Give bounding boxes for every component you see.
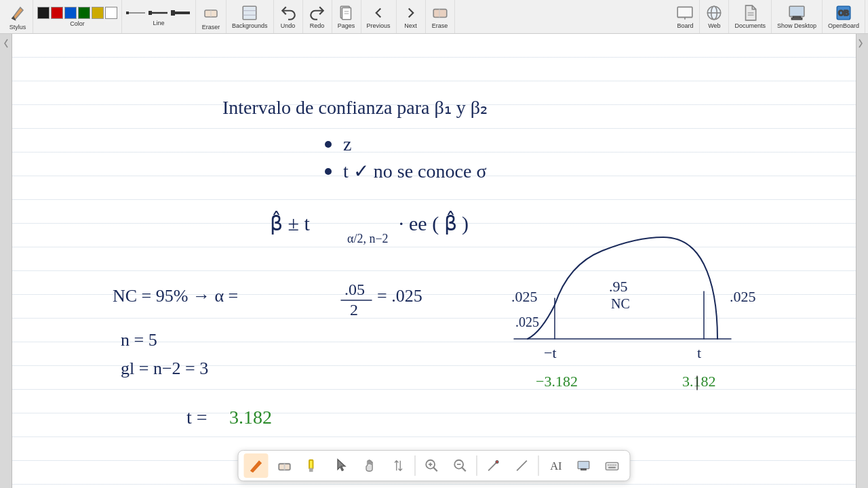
svg-text:2: 2 <box>350 301 358 319</box>
pen-button[interactable] <box>244 453 269 478</box>
color-black[interactable] <box>37 7 50 19</box>
svg-rect-17 <box>678 7 693 17</box>
svg-text:gl  =  n−2  =  3: gl = n−2 = 3 <box>121 359 208 378</box>
svg-text:t: t <box>697 344 701 361</box>
color-blue[interactable] <box>64 7 77 19</box>
svg-text:β̂  ±  t: β̂ ± t <box>270 211 310 235</box>
undo-button[interactable]: Undo <box>274 0 303 33</box>
backgrounds-button[interactable]: Backgrounds <box>226 0 274 33</box>
svg-rect-8 <box>243 6 257 20</box>
line-draw-button[interactable] <box>510 453 534 478</box>
svg-text:.025: .025 <box>730 288 756 305</box>
svg-text:NC = 95%  →  α =: NC = 95% → α = <box>113 286 238 306</box>
svg-text:t  ✓    no  se conoce  σ: t ✓ no se conoce σ <box>343 161 486 182</box>
select-button[interactable] <box>330 453 354 478</box>
svg-rect-25 <box>789 6 804 16</box>
bottom-toolbar: AI <box>238 450 631 481</box>
top-toolbar: Stylus Color Line <box>0 0 868 34</box>
line-tool-group: Line <box>122 0 196 33</box>
color-white[interactable] <box>105 7 117 19</box>
eraser-bottom-button[interactable] <box>273 453 297 478</box>
canvas-area[interactable]: Intervalo de confianza para β₁ y β₂ z t … <box>12 34 856 488</box>
web-button[interactable]: Web <box>700 0 729 33</box>
svg-text:n  =  5: n = 5 <box>121 330 157 350</box>
previous-button[interactable]: Previous <box>361 0 397 33</box>
svg-rect-75 <box>578 462 589 469</box>
svg-text:−t: −t <box>544 344 557 361</box>
svg-rect-5 <box>171 10 175 16</box>
highlighter-button[interactable] <box>301 453 326 478</box>
svg-text:3.182: 3.182 <box>229 407 272 428</box>
svg-text:Intervalo de confianza para β₁: Intervalo de confianza para β₁ y β₂ <box>222 97 488 118</box>
svg-text:z: z <box>343 134 351 155</box>
toolbar-divider-3 <box>538 455 539 476</box>
svg-point-33 <box>325 168 332 175</box>
whiteboard-svg: Intervalo de confianza para β₁ y β₂ z t … <box>12 34 856 488</box>
svg-text:·  ee ( β̂ ): · ee ( β̂ ) <box>399 211 469 235</box>
screen-capture-button[interactable] <box>572 453 596 478</box>
color-tool: Color <box>33 0 122 33</box>
eraser-tool[interactable]: Eraser <box>196 0 226 33</box>
line-thin[interactable] <box>126 7 146 18</box>
left-sidebar <box>0 34 12 488</box>
svg-text:.05: .05 <box>344 281 365 298</box>
svg-line-71 <box>488 462 497 471</box>
svg-rect-63 <box>310 469 313 472</box>
pages-button[interactable]: Pages <box>332 0 361 33</box>
toolbar-divider-1 <box>415 455 416 476</box>
svg-text:α/2, n−2: α/2, n−2 <box>347 232 389 245</box>
redo-button[interactable]: Redo <box>303 0 332 33</box>
line-thick[interactable] <box>171 7 191 18</box>
zoom-in-button[interactable] <box>420 453 444 478</box>
laser-button[interactable] <box>481 453 506 478</box>
toolbar-divider-2 <box>477 455 477 476</box>
svg-rect-1 <box>126 12 129 14</box>
keyboard-button[interactable] <box>600 453 625 478</box>
svg-text:NC: NC <box>611 296 630 311</box>
svg-rect-77 <box>606 462 618 470</box>
svg-text:OB: OB <box>838 9 849 17</box>
svg-text:AI: AI <box>550 460 561 472</box>
hand-button[interactable] <box>358 453 382 478</box>
svg-line-73 <box>517 461 527 471</box>
erase-button[interactable]: Erase <box>426 0 455 33</box>
svg-line-70 <box>462 468 466 472</box>
svg-text:−3.182: −3.182 <box>536 373 578 390</box>
color-yellow[interactable] <box>92 7 104 19</box>
text-button[interactable]: AI <box>543 453 568 478</box>
right-sidebar <box>856 34 868 488</box>
next-button[interactable]: Next <box>397 0 426 33</box>
color-red[interactable] <box>51 7 63 19</box>
svg-rect-15 <box>433 9 447 18</box>
svg-text:t  =: t = <box>186 407 208 428</box>
svg-rect-3 <box>149 11 152 15</box>
svg-text:=  .025: = .025 <box>377 286 422 306</box>
show-desktop-button[interactable]: Show Desktop <box>772 0 823 33</box>
svg-text:.95: .95 <box>609 278 628 295</box>
color-green[interactable] <box>78 7 90 19</box>
svg-text:.025: .025 <box>515 314 539 329</box>
svg-rect-76 <box>581 469 586 470</box>
line-medium[interactable] <box>149 7 169 18</box>
svg-rect-62 <box>309 460 313 469</box>
scroll-button[interactable] <box>387 453 411 478</box>
svg-rect-27 <box>791 18 802 20</box>
stylus-tool[interactable]: Stylus <box>3 0 33 33</box>
svg-point-31 <box>325 141 332 148</box>
zoom-out-button[interactable] <box>448 453 473 478</box>
svg-text:3.182: 3.182 <box>682 373 716 390</box>
board-button[interactable]: Board <box>671 0 700 33</box>
svg-line-67 <box>433 468 437 472</box>
svg-point-72 <box>496 461 498 464</box>
documents-button[interactable]: Documents <box>729 0 772 33</box>
openboard-button[interactable]: OB OpenBoard <box>823 0 865 33</box>
svg-text:.025: .025 <box>511 288 538 305</box>
